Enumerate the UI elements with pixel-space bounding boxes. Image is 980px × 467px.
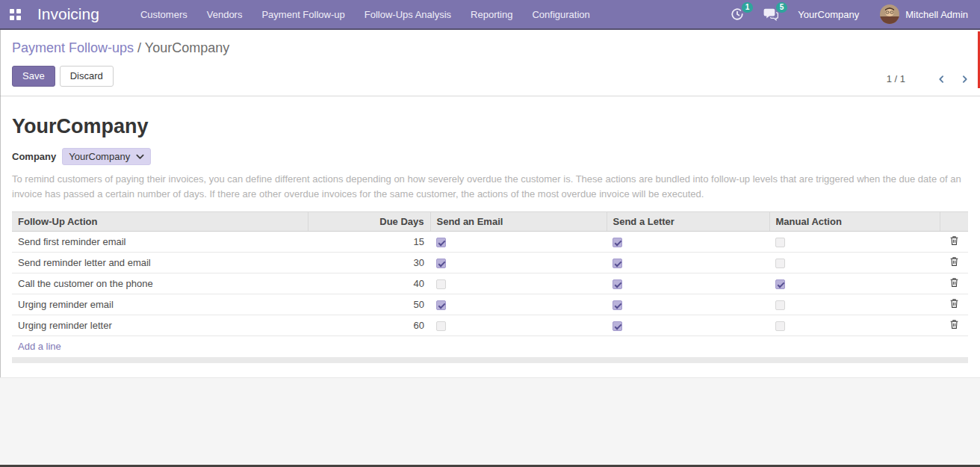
messages-button[interactable]: 5 [763, 7, 778, 21]
menu-reporting[interactable]: Reporting [461, 0, 522, 28]
cell-action[interactable]: Call the customer on the phone [12, 273, 308, 294]
menu-configuration[interactable]: Configuration [522, 0, 599, 28]
company-switcher[interactable]: YourCompany [798, 9, 859, 20]
menu-follow-ups-analysis[interactable]: Follow-Ups Analysis [355, 0, 461, 28]
header-send-email: Send an Email [430, 212, 607, 232]
navbar-right: 1 5 YourCompany Mitchell Admin [731, 4, 980, 24]
checkbox-send-letter[interactable] [612, 259, 622, 268]
checkbox-send-email[interactable] [436, 259, 446, 268]
checkbox-send-letter[interactable] [612, 279, 622, 289]
checkbox-send-email[interactable] [436, 321, 446, 331]
header-due-days: Due Days [308, 212, 430, 232]
company-field-label: Company [12, 151, 56, 162]
table-row: Call the customer on the phone 40 [12, 273, 968, 294]
delete-row-icon[interactable] [949, 237, 959, 248]
company-field-row: Company YourCompany [12, 148, 968, 165]
chevron-down-icon [136, 151, 144, 162]
header-send-letter: Send a Letter [607, 212, 769, 232]
pager-next-button[interactable] [960, 74, 970, 84]
table-header-row: Follow-Up Action Due Days Send an Email … [12, 212, 968, 232]
activity-badge: 1 [742, 2, 754, 13]
follow-up-table: Follow-Up Action Due Days Send an Email … [12, 211, 968, 356]
page-background [0, 377, 980, 465]
left-edge-line [0, 30, 1, 377]
save-button[interactable]: Save [12, 66, 55, 87]
table-row: Send first reminder email 15 [12, 232, 968, 253]
company-select[interactable]: YourCompany [62, 148, 151, 165]
delete-row-icon[interactable] [949, 300, 959, 311]
menu-vendors[interactable]: Vendors [197, 0, 252, 28]
checkbox-send-letter[interactable] [612, 238, 622, 247]
messages-badge: 5 [776, 2, 788, 13]
form-sheet: YourCompany Company YourCompany To remin… [0, 115, 980, 363]
cell-due-days[interactable]: 30 [308, 253, 430, 273]
company-select-value: YourCompany [69, 151, 130, 162]
header-follow-up-action: Follow-Up Action [12, 212, 308, 232]
cell-due-days[interactable]: 60 [308, 315, 430, 336]
table-row: Urging reminder letter 60 [12, 315, 968, 336]
checkbox-manual-action[interactable] [775, 300, 785, 310]
checkbox-manual-action[interactable] [775, 259, 785, 268]
checkbox-send-email[interactable] [436, 279, 446, 289]
pager-value[interactable]: 1 / 1 [887, 73, 905, 84]
checkbox-manual-action[interactable] [775, 279, 785, 289]
control-panel-buttons: Save Discard [12, 66, 968, 87]
apps-grid-icon[interactable] [10, 9, 21, 20]
cell-action[interactable]: Send first reminder email [12, 232, 308, 253]
breadcrumb-parent-link[interactable]: Payment Follow-ups [12, 40, 134, 55]
pager-previous-button[interactable] [937, 74, 946, 84]
header-manual-action: Manual Action [769, 212, 940, 232]
page-title: YourCompany [12, 115, 968, 138]
user-menu[interactable]: Mitchell Admin [905, 9, 968, 20]
checkbox-send-email[interactable] [436, 300, 446, 310]
add-a-line-link[interactable]: Add a line [12, 336, 968, 357]
pager: 1 / 1 [887, 73, 970, 84]
table-row: Send reminder letter and email 30 [12, 253, 968, 273]
app-brand[interactable]: Invoicing [37, 5, 99, 23]
checkbox-send-letter[interactable] [612, 300, 622, 310]
add-line-row: Add a line [12, 336, 968, 357]
cell-action[interactable]: Urging reminder email [12, 294, 308, 315]
checkbox-manual-action[interactable] [775, 321, 785, 331]
cell-due-days[interactable]: 15 [308, 232, 430, 253]
user-avatar[interactable] [880, 4, 899, 24]
menu-payment-follow-up[interactable]: Payment Follow-up [252, 0, 354, 28]
delete-row-icon[interactable] [949, 321, 959, 332]
control-panel: Payment Follow-ups / YourCompany Save Di… [0, 30, 980, 96]
checkbox-send-email[interactable] [436, 238, 446, 247]
breadcrumb-current: YourCompany [145, 40, 229, 55]
header-actions [940, 212, 968, 232]
breadcrumb: Payment Follow-ups / YourCompany [12, 40, 968, 56]
discard-button[interactable]: Discard [60, 66, 114, 87]
checkbox-manual-action[interactable] [775, 238, 785, 247]
cell-due-days[interactable]: 40 [308, 273, 430, 294]
top-navbar: Invoicing Customers Vendors Payment Foll… [0, 0, 980, 30]
activities-button[interactable]: 1 [731, 7, 744, 21]
table-footer-bar [12, 357, 968, 363]
table-row: Urging reminder email 50 [12, 294, 968, 315]
delete-row-icon[interactable] [949, 258, 959, 269]
cell-action[interactable]: Send reminder letter and email [12, 253, 308, 273]
delete-row-icon[interactable] [949, 279, 959, 290]
cell-action[interactable]: Urging reminder letter [12, 315, 308, 336]
breadcrumb-separator: / [137, 40, 141, 55]
cell-due-days[interactable]: 50 [308, 294, 430, 315]
checkbox-send-letter[interactable] [612, 321, 622, 331]
help-text: To remind customers of paying their invo… [12, 172, 968, 201]
main-menu: Customers Vendors Payment Follow-up Foll… [131, 0, 600, 28]
menu-customers[interactable]: Customers [131, 0, 197, 28]
